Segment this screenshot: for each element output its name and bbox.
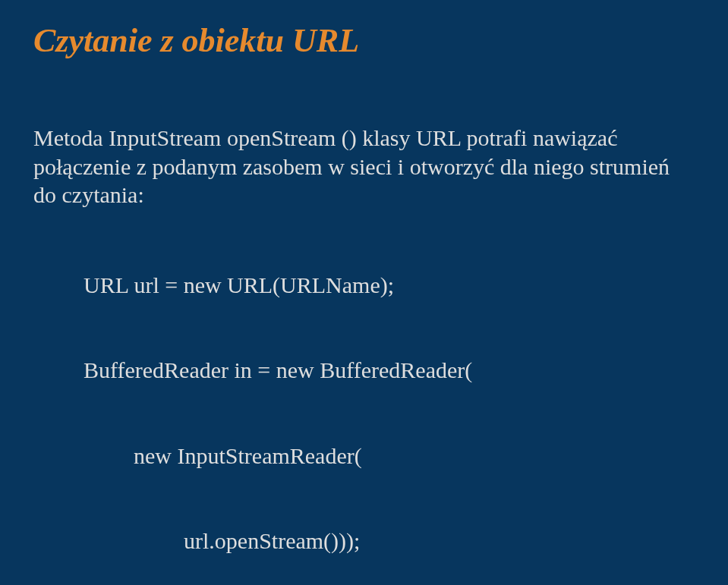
code-line: BufferedReader in = new BufferedReader(	[84, 356, 695, 385]
slide: Czytanie z obiektu URL Metoda InputStrea…	[0, 0, 728, 585]
intro-text: Metoda InputStream openStream () klasy U…	[33, 124, 695, 209]
code-block: URL url = new URL(URLName); BufferedRead…	[84, 214, 695, 586]
code-line: url.openStream()));	[184, 527, 695, 555]
code-line: new InputStreamReader(	[134, 442, 695, 470]
code-line: URL url = new URL(URLName);	[84, 271, 695, 300]
slide-body: Metoda InputStream openStream () klasy U…	[33, 124, 695, 585]
slide-title: Czytanie z obiektu URL	[33, 21, 695, 60]
